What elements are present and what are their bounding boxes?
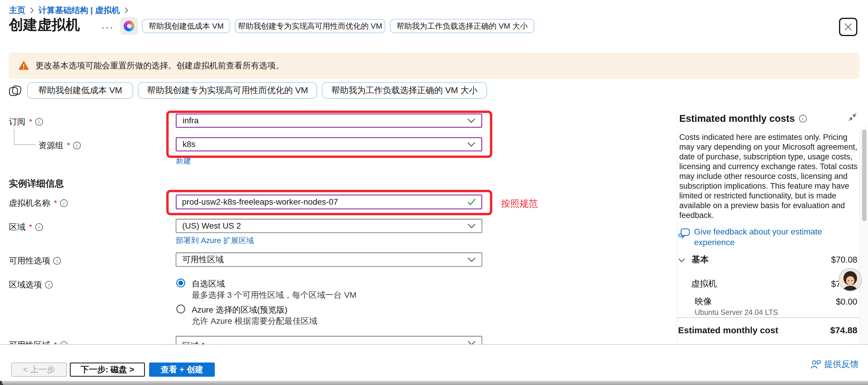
chevron-down-icon (467, 257, 476, 262)
chat-feedback-icon (678, 226, 690, 239)
estimate-feedback-link[interactable]: Give feedback about your estimate experi… (678, 226, 842, 248)
breadcrumb-home-link[interactable]: 主页 (9, 5, 26, 16)
copilot-prompt-vm-size[interactable]: 帮助我为工作负载选择正确的 VM 大小 (390, 19, 534, 33)
assist-prompt-vm-size[interactable]: 帮助我为工作负载选择正确的 VM 大小 (322, 82, 487, 99)
radio-self-selected-zones-label[interactable]: 自选区域 (192, 278, 225, 289)
cost-panel-title: Estimated monthly costs i (679, 113, 807, 124)
cost-item-sub: Ubuntu Server 24.04 LTS (695, 308, 778, 317)
availability-zone-dropdown[interactable]: 区域 1 (176, 336, 482, 344)
region-label: 区域* i (9, 222, 43, 233)
availability-zone-row-clipped: 可用性区域* i 区域 1 (0, 336, 675, 344)
chevron-down-icon (467, 118, 475, 123)
cost-total-row: Estimated monthly cost $74.88 (678, 325, 857, 335)
edge-zone-link[interactable]: 部署到 Azure 扩展区域 (176, 235, 254, 246)
info-icon[interactable]: i (53, 257, 61, 265)
review-create-button[interactable]: 查看 + 创建 (149, 362, 215, 377)
tree-connector (14, 130, 14, 144)
chevron-down-icon[interactable] (678, 255, 685, 265)
create-vm-blade: 主页 计算基础结构 | 虚拟机 创建虚拟机 ··· 帮助我创建低成本 VM 帮助… (0, 0, 868, 385)
assist-prompt-low-cost[interactable]: 帮助我创建低成本 VM (27, 82, 133, 99)
info-icon[interactable]: i (45, 281, 53, 289)
copilot-button[interactable] (120, 17, 138, 35)
window-corner (0, 381, 7, 385)
next-step-disks-button[interactable]: 下一步: 磁盘 > (70, 362, 145, 377)
zone-options-label: 区域选项 i (9, 279, 53, 290)
vm-name-label: 虚拟机名称* i (9, 197, 68, 209)
valid-check-icon (467, 198, 476, 206)
info-icon[interactable]: i (60, 341, 68, 344)
radio-self-selected-zones-desc: 最多选择 3 个可用性区域，每个区域一台 VM (192, 289, 356, 301)
info-icon[interactable]: i (799, 115, 807, 122)
close-blade-button[interactable] (839, 18, 857, 36)
chevron-down-icon (467, 224, 476, 228)
info-icon[interactable]: i (35, 118, 43, 126)
copilot-prompt-high-availability[interactable]: 帮助我创建专为实现高可用性而优化的 VM (235, 19, 385, 33)
section-instance-details: 实例详细信息 (9, 178, 64, 190)
info-icon[interactable]: i (60, 199, 68, 207)
breadcrumb: 主页 计算基础结构 | 虚拟机 (9, 5, 129, 16)
resource-group-dropdown[interactable]: k8s (176, 137, 482, 151)
assist-prompt-high-availability[interactable]: 帮助我创建专为实现高可用性而优化的 VM (138, 82, 317, 99)
panel-divider (677, 111, 677, 344)
resource-group-label: 资源组* i (38, 140, 81, 151)
region-dropdown[interactable]: (US) West US 2 (176, 219, 482, 233)
cost-total-divider (677, 317, 860, 318)
scrollbar-track[interactable] (860, 127, 868, 344)
availability-options-label: 可用性选项 i (9, 255, 61, 266)
subscription-label: 订阅* i (9, 116, 43, 127)
cost-disclaimer: Costs indicated here are estimates only.… (679, 132, 860, 220)
vm-name-input[interactable]: prod-usw2-k8s-freeleaps-worker-nodes-07 (176, 195, 482, 210)
warning-icon (18, 61, 29, 70)
give-feedback-link[interactable]: 提供反馈 (811, 358, 859, 370)
assistant-avatar[interactable] (838, 268, 862, 292)
radio-azure-selected-zones-label[interactable]: Azure 选择的区域(预览版) (192, 304, 287, 316)
close-icon (843, 22, 853, 32)
page-title: 创建虚拟机 (9, 15, 80, 34)
collapse-panel-icon[interactable] (848, 113, 857, 123)
radio-azure-selected-zones[interactable] (176, 304, 185, 314)
cost-item-row: 虚拟机 $70.08 (691, 278, 857, 290)
person-feedback-icon (811, 360, 821, 369)
chevron-down-icon (467, 341, 476, 344)
tree-connector (14, 144, 36, 145)
warning-text: 更改基本选项可能会重置所做的选择。创建虚拟机前查看所有选项。 (35, 60, 284, 71)
scrollbar-thumb[interactable] (862, 130, 867, 221)
annotation-text: 按照规范 (501, 197, 538, 210)
cost-group-row: 基本 $70.08 (678, 254, 857, 265)
cost-item-row: 映像 $0.00 (695, 296, 857, 308)
copilot-prompt-low-cost[interactable]: 帮助我创建低成本 VM (142, 19, 230, 33)
create-new-resource-group-link[interactable]: 新建 (176, 156, 191, 166)
warning-banner: 更改基本选项可能会重置所做的选择。创建虚拟机前查看所有选项。 (9, 53, 859, 79)
window-bottom-edge (0, 381, 868, 385)
radio-azure-selected-zones-desc: 允许 Azure 根据需要分配最佳区域 (192, 316, 317, 327)
breadcrumb-chevron-icon (30, 6, 34, 14)
breadcrumb-section-link[interactable]: 计算基础结构 | 虚拟机 (38, 5, 120, 16)
availability-options-dropdown[interactable]: 可用性区域 (176, 253, 482, 267)
info-icon[interactable]: i (35, 223, 43, 231)
copilot-icon (122, 19, 135, 33)
wizard-footer: < 上一步 下一步: 磁盘 > 查看 + 创建 提供反馈 (0, 344, 868, 385)
availability-zone-label: 可用性区域* i (9, 340, 68, 344)
previous-step-button[interactable]: < 上一步 (11, 362, 67, 377)
copilot-outline-icon (8, 84, 22, 99)
breadcrumb-chevron-icon (124, 6, 129, 14)
radio-self-selected-zones[interactable] (176, 279, 185, 287)
subscription-dropdown[interactable]: infra (176, 114, 482, 128)
chevron-down-icon (467, 142, 475, 147)
more-options-button[interactable]: ··· (101, 21, 114, 33)
info-icon[interactable]: i (73, 142, 81, 149)
